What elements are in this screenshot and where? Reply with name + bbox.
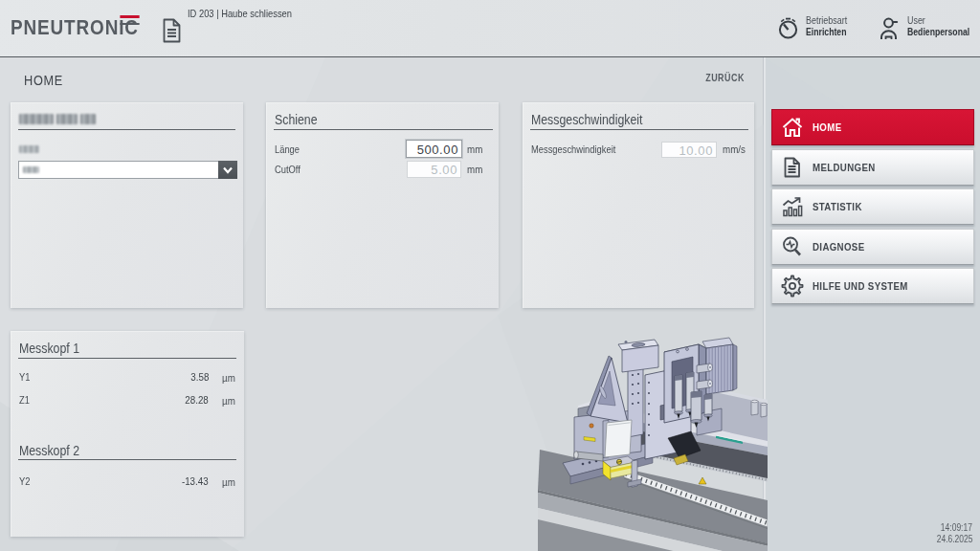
logo: PNEUTRONIC (11, 18, 139, 39)
home-icon (781, 116, 804, 139)
redacted-panel-title (80, 114, 96, 124)
diagnose-icon (781, 235, 804, 258)
redacted-dropdown-value (23, 166, 39, 173)
messgeschwindigkeit-input: 10.00 (661, 142, 717, 158)
sidebar-item-statistik[interactable]: STATISTIK (771, 188, 974, 225)
mode-value: Einrichten (806, 26, 858, 37)
y1-value: 3.58 (188, 371, 209, 383)
cutoff-unit: mm (467, 164, 485, 175)
machine-illustration (528, 321, 768, 551)
sidebar-item-home[interactable]: HOME (771, 109, 974, 145)
sidebar-item-label: HOME (813, 121, 846, 133)
page-title: HOME (24, 72, 70, 88)
time-text: 14:09:17 (930, 522, 973, 534)
z1-value: 28.28 (181, 394, 209, 406)
messkopf-panel: Messkopf 1 Y1 3.58 µm Z1 28.28 µm Messko… (11, 331, 244, 537)
panel-title-rule (18, 129, 235, 130)
redacted-panel-title (19, 114, 54, 124)
mode-label: Betriebsart (806, 14, 858, 26)
laenge-input[interactable]: 500.00 (406, 140, 462, 158)
y2-value: -13.43 (177, 475, 209, 487)
sidebar-item-label: HILFE UND SYSTEM (813, 280, 921, 292)
panel-title-rule (18, 358, 236, 359)
sidebar-item-hilfe-und-system[interactable]: HILFE UND SYSTEM (771, 268, 974, 304)
schiene-panel: Schiene Länge 500.00 mm CutOff 5.00 mm (266, 102, 499, 308)
header: PNEUTRONIC ID 203 | Haube schliessen Bet… (0, 0, 980, 57)
messgeschwindigkeit-panel: Messgeschwindigkeit Messgeschwindigkeit … (523, 102, 754, 308)
message-document-icon[interactable] (160, 17, 184, 44)
logo-text-c: C (124, 16, 139, 39)
laenge-label: Länge (275, 143, 304, 155)
date-text: 24.6.2025 (930, 534, 973, 545)
z1-unit: µm (222, 395, 237, 407)
chart-icon (781, 195, 804, 218)
panel-title-rule (18, 459, 236, 460)
y2-label: Y2 (19, 475, 32, 487)
selection-panel (11, 102, 243, 308)
chevron-down-icon[interactable] (218, 161, 237, 179)
user-indicator[interactable]: User Bedienpersonal (879, 0, 980, 57)
sidebar-item-diagnose[interactable]: DIAGNOSE (771, 229, 974, 265)
gear-icon (781, 275, 804, 298)
y2-unit: µm (222, 476, 237, 488)
cutoff-input: 5.00 (407, 161, 461, 178)
redacted-field-label (19, 145, 39, 153)
user-value: Bedienpersonal (907, 26, 980, 37)
document-icon (781, 156, 804, 179)
messkopf2-title: Messkopf 2 (19, 443, 90, 458)
alarm-status-text: ID 203 | Haube schliessen (188, 8, 310, 19)
clock: 14:09:17 24.6.2025 (930, 522, 973, 545)
mode-indicator[interactable]: Betriebsart Einrichten (777, 0, 873, 57)
z1-label: Z1 (19, 394, 32, 406)
stopwatch-icon (777, 16, 800, 41)
messgeschwindigkeit-unit: mm/s (723, 143, 749, 155)
sidebar-item-label: DIAGNOSE (813, 241, 872, 253)
panel-title-rule (530, 129, 748, 130)
schiene-title: Schiene (275, 112, 324, 127)
messkopf1-title: Messkopf 1 (19, 341, 90, 356)
logo-text: PNEUTRONI (11, 16, 124, 39)
messgeschwindigkeit-label: Messgeschwindigkeit (531, 143, 631, 155)
sidebar-item-label: STATISTIK (813, 201, 869, 212)
back-button[interactable]: ZURÜCK (699, 72, 745, 83)
y1-label: Y1 (19, 371, 32, 383)
cutoff-label: CutOff (275, 164, 305, 175)
user-label: User (907, 14, 980, 26)
user-icon (879, 16, 902, 41)
sidebar-item-label: MELDUNGEN (813, 162, 884, 173)
panel-title-rule (274, 129, 493, 130)
messgeschwindigkeit-title: Messgeschwindigkeit (531, 112, 662, 127)
selection-dropdown[interactable] (18, 161, 237, 179)
logo-red-accent (120, 15, 140, 19)
logo-overline (120, 23, 140, 25)
redacted-panel-title (56, 114, 78, 124)
y1-unit: µm (222, 372, 237, 384)
sidebar-item-meldungen[interactable]: MELDUNGEN (771, 149, 974, 186)
laenge-unit: mm (467, 143, 485, 155)
